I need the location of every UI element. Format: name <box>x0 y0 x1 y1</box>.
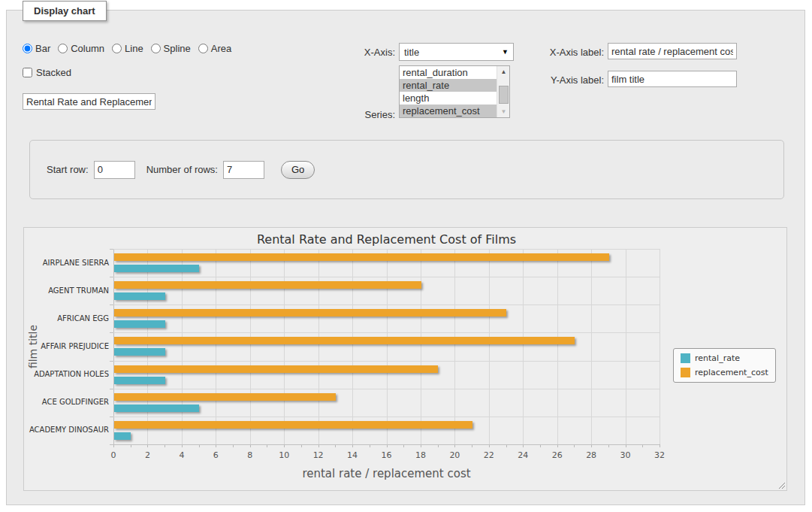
bar-replacement-cost-5 <box>114 393 336 401</box>
x-tick-label-12: 12 <box>306 450 331 460</box>
chart-type-radio-area[interactable] <box>198 44 208 53</box>
stacked-checkbox[interactable] <box>23 68 32 77</box>
gridline-x-2 <box>147 249 148 444</box>
x-tick-mark-32 <box>660 444 660 447</box>
number-of-rows-input[interactable] <box>223 161 264 179</box>
panel-title: Display chart <box>23 1 107 21</box>
category-label-2: AFRICAN EGG <box>26 314 109 323</box>
chart-type-label-bar: Bar <box>35 43 50 54</box>
scroll-up-icon[interactable]: ▲ <box>497 66 510 77</box>
chart-type-radio-column[interactable] <box>58 44 68 53</box>
number-of-rows-label: Number of rows: <box>146 164 218 175</box>
legend-swatch-replacement_cost <box>681 368 690 377</box>
legend-item-replacement_cost[interactable]: replacement_cost <box>681 368 768 377</box>
bar-replacement-cost-1 <box>114 281 421 289</box>
y-axis-label-input[interactable] <box>608 71 737 87</box>
gridline-x-28 <box>591 249 592 444</box>
gridline-x-20 <box>454 249 455 444</box>
chart-type-option-bar: Bar <box>23 43 50 54</box>
start-row-input[interactable] <box>94 161 135 179</box>
gridline-x-8 <box>250 249 251 444</box>
x-tick-label-32: 32 <box>647 450 672 460</box>
gridline-x-12 <box>318 249 319 444</box>
y-tick-mark-4 <box>110 361 113 362</box>
start-row-label: Start row: <box>47 164 89 175</box>
dropdown-arrow-icon: ▼ <box>502 48 509 56</box>
chart-type-radio-bar[interactable] <box>23 44 32 53</box>
gridline-x-0 <box>113 249 114 444</box>
bar-rental-rate-4 <box>114 377 165 384</box>
x-axis-selected-value: title <box>404 47 502 58</box>
category-label-4: ADAPTATION HOLES <box>26 370 109 378</box>
chart-title: Rental Rate and Replacement Cost of Film… <box>113 232 660 247</box>
y-tick-mark-7 <box>110 444 113 445</box>
series-options: rental_durationrental_ratelengthreplacem… <box>400 66 509 117</box>
gridline-x-4 <box>182 249 183 444</box>
series-scrollbar[interactable]: ▲ ▼ <box>497 66 509 117</box>
x-tick-label-16: 16 <box>374 450 400 460</box>
chart-type-radio-group: BarColumnLineSplineArea <box>23 43 231 54</box>
series-listbox[interactable]: rental_durationrental_ratelengthreplacem… <box>399 65 510 118</box>
bar-replacement-cost-4 <box>114 365 438 373</box>
x-axis-select[interactable]: title ▼ <box>399 43 514 61</box>
x-tick-label-0: 0 <box>101 450 126 460</box>
gridline-y-0 <box>113 249 660 250</box>
chart-title-input[interactable] <box>23 93 155 110</box>
gridline-y-7 <box>113 444 660 445</box>
category-label-1: AGENT TRUMAN <box>26 286 109 295</box>
bar-replacement-cost-0 <box>114 253 609 261</box>
go-button[interactable]: Go <box>281 161 315 179</box>
chart-y-axis-title: film title <box>27 325 39 368</box>
chart-type-radio-line[interactable] <box>112 44 122 53</box>
resize-handle-icon[interactable] <box>777 480 785 489</box>
legend-item-rental_rate[interactable]: rental_rate <box>681 353 768 363</box>
x-tick-label-4: 4 <box>169 450 195 460</box>
row-range-form: Start row: Number of rows: Go <box>29 140 784 199</box>
series-option-replacement_cost[interactable]: replacement_cost <box>400 105 498 117</box>
bar-rental-rate-6 <box>114 432 131 440</box>
chart-type-label-line: Line <box>125 43 143 54</box>
category-label-6: ACADEMY DINOSAUR <box>26 426 109 434</box>
gridline-x-18 <box>421 249 421 444</box>
x-tick-label-30: 30 <box>613 450 638 460</box>
y-tick-mark-3 <box>110 332 113 333</box>
gridline-y-1 <box>113 277 660 277</box>
stacked-label: Stacked <box>36 67 71 78</box>
legend-label-rental_rate: rental_rate <box>695 353 740 363</box>
y-tick-mark-2 <box>110 304 113 305</box>
gridline-y-5 <box>113 389 660 389</box>
chart-container: Rental Rate and Replacement Cost of Film… <box>23 227 787 491</box>
gridline-y-4 <box>113 361 660 362</box>
gridline-y-2 <box>113 304 660 305</box>
series-field-label: Series: <box>316 109 395 120</box>
x-axis-label-input[interactable] <box>608 43 737 59</box>
series-option-rental_rate[interactable]: rental_rate <box>400 79 498 92</box>
bar-replacement-cost-3 <box>114 337 575 344</box>
legend-swatch-rental_rate <box>681 353 690 363</box>
x-tick-label-18: 18 <box>408 450 433 460</box>
gridline-x-16 <box>387 249 388 444</box>
x-tick-label-20: 20 <box>442 450 467 460</box>
x-axis-field-label: X-Axis: <box>316 47 395 58</box>
bar-replacement-cost-6 <box>114 421 472 429</box>
chart-plot-area: 02468101214161820222426283032AIRPLANE SI… <box>113 249 660 444</box>
x-tick-label-8: 8 <box>237 450 263 460</box>
chart-type-radio-spline[interactable] <box>151 44 161 53</box>
x-tick-label-6: 6 <box>203 450 228 460</box>
chart-type-label-column: Column <box>71 43 104 54</box>
gridline-x-14 <box>352 249 353 444</box>
x-tick-label-26: 26 <box>545 450 570 460</box>
gridline-x-22 <box>489 249 490 444</box>
x-tick-label-14: 14 <box>340 450 365 460</box>
chart-type-option-column: Column <box>58 43 104 54</box>
chart-type-label-spline: Spline <box>164 43 191 54</box>
bar-rental-rate-1 <box>114 292 165 300</box>
series-option-length[interactable]: length <box>400 92 498 105</box>
gridline-x-6 <box>216 249 216 444</box>
series-option-rental_duration[interactable]: rental_duration <box>400 66 498 79</box>
x-tick-label-2: 2 <box>134 450 160 460</box>
scrollbar-thumb[interactable] <box>499 86 509 104</box>
scroll-down-icon[interactable]: ▼ <box>497 106 510 117</box>
x-tick-label-24: 24 <box>510 450 536 460</box>
bar-rental-rate-3 <box>114 348 165 356</box>
